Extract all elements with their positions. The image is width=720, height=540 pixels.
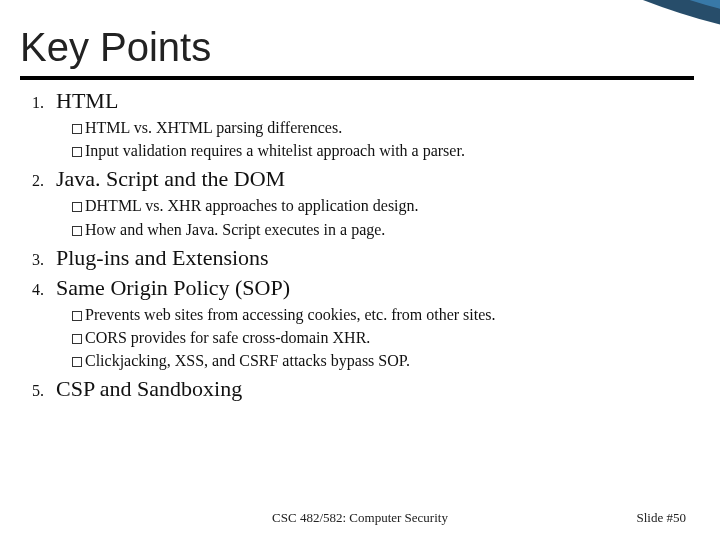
- footer-slide-number: Slide #50: [637, 510, 686, 526]
- checkbox-icon: [72, 202, 82, 212]
- list-item: 1. HTML HTML vs. XHTML parsing differenc…: [20, 88, 694, 162]
- sub-item: How and when Java. Script executes in a …: [72, 218, 694, 241]
- item-title: Plug-ins and Extensions: [56, 245, 269, 271]
- sub-item: CORS provides for safe cross-domain XHR.: [72, 326, 694, 349]
- list-item: 2. Java. Script and the DOM DHTML vs. XH…: [20, 166, 694, 240]
- item-title: HTML: [56, 88, 118, 114]
- item-number: 3.: [20, 251, 56, 269]
- item-title: Java. Script and the DOM: [56, 166, 285, 192]
- list-item: 5. CSP and Sandboxing: [20, 376, 694, 402]
- item-number: 5.: [20, 382, 56, 400]
- slide-footer: CSC 482/582: Computer Security Slide #50: [0, 510, 720, 526]
- list-item: 3. Plug-ins and Extensions: [20, 245, 694, 271]
- item-title: CSP and Sandboxing: [56, 376, 242, 402]
- sub-item: HTML vs. XHTML parsing differences.: [72, 116, 694, 139]
- checkbox-icon: [72, 334, 82, 344]
- checkbox-icon: [72, 147, 82, 157]
- footer-course: CSC 482/582: Computer Security: [272, 510, 448, 526]
- item-number: 2.: [20, 172, 56, 190]
- slide-content: 1. HTML HTML vs. XHTML parsing differenc…: [0, 78, 720, 402]
- checkbox-icon: [72, 357, 82, 367]
- item-title: Same Origin Policy (SOP): [56, 275, 290, 301]
- checkbox-icon: [72, 311, 82, 321]
- sub-item: DHTML vs. XHR approaches to application …: [72, 194, 694, 217]
- sub-item: Prevents web sites from accessing cookie…: [72, 303, 694, 326]
- sub-item: Clickjacking, XSS, and CSRF attacks bypa…: [72, 349, 694, 372]
- slide-title: Key Points: [0, 0, 720, 74]
- sub-item: Input validation requires a whitelist ap…: [72, 139, 694, 162]
- checkbox-icon: [72, 226, 82, 236]
- list-item: 4. Same Origin Policy (SOP) Prevents web…: [20, 275, 694, 373]
- item-number: 1.: [20, 94, 56, 112]
- checkbox-icon: [72, 124, 82, 134]
- item-number: 4.: [20, 281, 56, 299]
